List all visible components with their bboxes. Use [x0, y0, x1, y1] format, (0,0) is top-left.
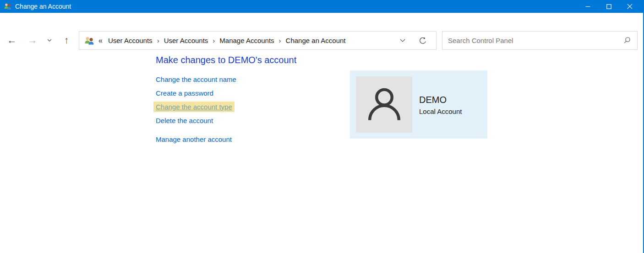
- breadcrumb-item-change-an-account[interactable]: Change an Account: [283, 35, 349, 46]
- control-panel-window: Change an Account ←: [0, 0, 644, 253]
- refresh-icon: [419, 37, 427, 45]
- window-title: Change an Account: [15, 3, 71, 10]
- forward-button[interactable]: →: [25, 33, 40, 48]
- user-accounts-address-icon: [84, 36, 94, 45]
- page-title: Make changes to DEMO's account: [156, 55, 296, 65]
- account-card: DEMO Local Account: [350, 70, 487, 139]
- back-icon: ←: [7, 35, 17, 46]
- link-create-password[interactable]: Create a password: [156, 89, 213, 97]
- link-manage-another-account[interactable]: Manage another account: [156, 135, 232, 143]
- breadcrumb-separator[interactable]: ›: [277, 37, 283, 44]
- breadcrumb: User Accounts › User Accounts › Manage A…: [105, 35, 349, 46]
- minimize-icon: [585, 4, 590, 9]
- breadcrumb-item-manage-accounts[interactable]: Manage Accounts: [217, 35, 277, 46]
- search-box: [442, 31, 638, 50]
- user-accounts-icon: [4, 3, 12, 10]
- account-meta: DEMO Local Account: [419, 94, 462, 115]
- search-icon[interactable]: [622, 36, 632, 45]
- navigation-bar: ← → ↑ « User Accounts › User Accounts: [0, 13, 644, 43]
- breadcrumb-separator[interactable]: ›: [155, 37, 161, 44]
- task-link-list: Change the account name Create a passwor…: [156, 75, 236, 149]
- avatar: [356, 76, 412, 133]
- close-button[interactable]: [619, 0, 640, 13]
- close-icon: [627, 4, 633, 9]
- breadcrumb-item-user-accounts-1[interactable]: User Accounts: [105, 35, 155, 46]
- link-change-account-type[interactable]: Change the account type: [153, 102, 235, 112]
- title-bar: Change an Account: [0, 0, 644, 13]
- maximize-icon: [606, 4, 611, 9]
- up-icon: ↑: [64, 35, 69, 46]
- breadcrumb-separator[interactable]: ›: [211, 37, 217, 44]
- minimize-button[interactable]: [577, 0, 598, 13]
- breadcrumb-overflow-icon[interactable]: «: [98, 37, 103, 45]
- refresh-button[interactable]: [416, 37, 430, 45]
- search-input[interactable]: [442, 37, 622, 44]
- chevron-down-icon: [47, 39, 52, 42]
- up-button[interactable]: ↑: [59, 33, 74, 48]
- link-change-account-name[interactable]: Change the account name: [156, 75, 236, 83]
- chevron-down-icon: [400, 39, 405, 42]
- maximize-button[interactable]: [598, 0, 619, 13]
- address-dropdown-button[interactable]: [396, 39, 409, 42]
- user-icon: [365, 85, 404, 124]
- back-button[interactable]: ←: [5, 33, 19, 48]
- account-name: DEMO: [419, 94, 462, 105]
- recent-locations-button[interactable]: [44, 33, 55, 48]
- breadcrumb-item-user-accounts-2[interactable]: User Accounts: [161, 35, 211, 46]
- link-delete-account[interactable]: Delete the account: [156, 117, 213, 124]
- forward-icon: →: [28, 35, 38, 46]
- account-type: Local Account: [419, 107, 462, 115]
- address-bar[interactable]: « User Accounts › User Accounts › Manage…: [79, 31, 437, 50]
